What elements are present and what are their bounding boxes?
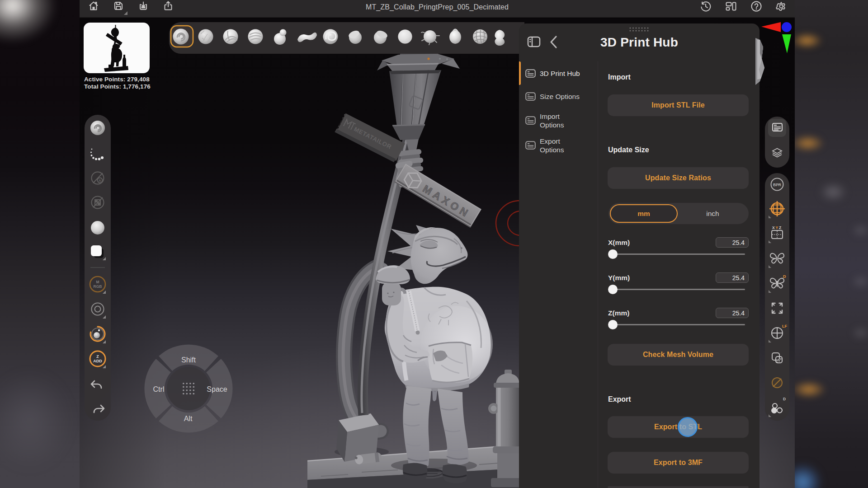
- svg-text:BPR: BPR: [773, 183, 781, 187]
- svg-text:ADD: ADD: [93, 359, 102, 363]
- svg-text:D: D: [783, 397, 786, 401]
- svg-text:M: M: [96, 280, 99, 284]
- svg-text:Z: Z: [96, 354, 99, 359]
- svg-text:Y: Y: [776, 225, 778, 230]
- svg-text:A: A: [99, 178, 101, 183]
- svg-text:RGB: RGB: [94, 284, 102, 289]
- svg-text:Shift: Shift: [181, 356, 196, 364]
- svg-text:D: D: [783, 274, 786, 279]
- svg-text:Space: Space: [207, 385, 227, 393]
- svg-text:Z: Z: [779, 225, 781, 230]
- svg-text:Alt: Alt: [184, 415, 193, 422]
- svg-text:Ctrl: Ctrl: [153, 385, 165, 393]
- svg-text:X: X: [772, 225, 775, 230]
- svg-text:LF: LF: [782, 324, 787, 328]
